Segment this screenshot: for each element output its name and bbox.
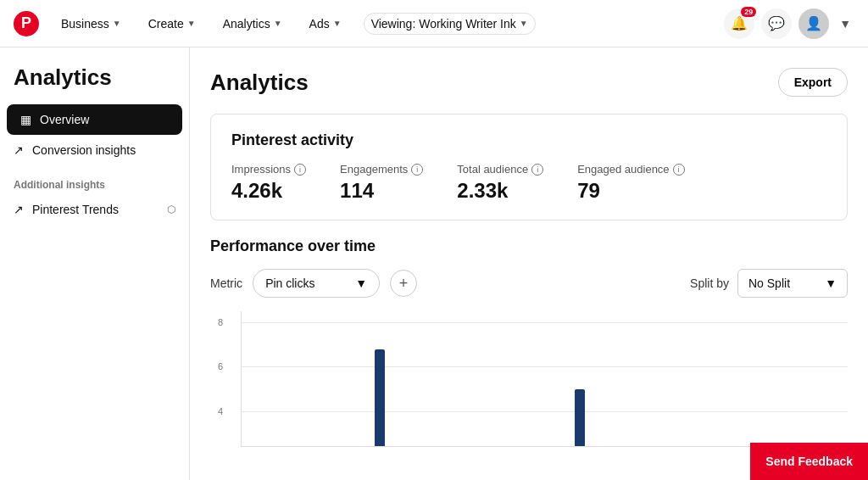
engaged-audience-info-icon[interactable]: i xyxy=(673,164,685,176)
performance-section: Performance over time Metric Pin clicks … xyxy=(210,237,848,447)
performance-title: Performance over time xyxy=(210,237,848,255)
chart-wrapper: 8 6 4 xyxy=(210,311,848,447)
y-label-8: 8 xyxy=(218,317,223,327)
message-icon: 💬 xyxy=(768,15,785,31)
viewing-selector[interactable]: Viewing: Working Writer Ink ▼ xyxy=(364,13,536,35)
sidebar: Analytics ▦ Overview ↗ Conversion insigh… xyxy=(0,47,190,480)
impressions-info-icon[interactable]: i xyxy=(294,164,306,176)
add-metric-button[interactable]: + xyxy=(390,270,417,297)
top-nav: P Business ▼ Create ▼ Analytics ▼ Ads ▼ … xyxy=(0,0,868,47)
metric-engaged-audience-label: Engaged audience i xyxy=(577,163,684,176)
grid-line-8 xyxy=(242,322,848,323)
sidebar-item-overview[interactable]: ▦ Overview xyxy=(7,104,182,135)
metrics-row: Impressions i 4.26k Engagements i 114 To… xyxy=(231,163,826,203)
notifications-button[interactable]: 🔔 29 xyxy=(724,8,754,39)
chevron-down-icon: ▼ xyxy=(187,19,196,28)
grid-icon: ▦ xyxy=(20,113,31,126)
send-feedback-button[interactable]: Send Feedback xyxy=(750,443,868,480)
user-avatar[interactable]: 👤 xyxy=(798,8,829,39)
messages-button[interactable]: 💬 xyxy=(761,8,792,39)
metric-label: Metric xyxy=(210,276,242,290)
metric-total-audience-label: Total audience i xyxy=(457,163,543,176)
split-by-controls: Split by No Split ▼ xyxy=(690,269,848,298)
metric-engagements-value: 114 xyxy=(340,179,423,203)
grid-line-6 xyxy=(242,366,848,367)
pinterest-logo[interactable]: P xyxy=(14,11,39,36)
grid-line-4 xyxy=(242,411,848,412)
total-audience-info-icon[interactable]: i xyxy=(531,164,543,176)
sidebar-section-label: Additional insights xyxy=(0,165,189,194)
metric-total-audience-value: 2.33k xyxy=(457,179,543,203)
chevron-down-icon: ▼ xyxy=(274,19,282,28)
activity-card-title: Pinterest activity xyxy=(231,131,826,149)
split-by-label: Split by xyxy=(690,276,729,290)
arrow-up-icon: ↗ xyxy=(14,143,24,157)
engagements-info-icon[interactable]: i xyxy=(411,164,423,176)
nav-business[interactable]: Business ▼ xyxy=(56,14,126,34)
chart-bar xyxy=(575,389,585,446)
metric-impressions: Impressions i 4.26k xyxy=(231,163,306,203)
notification-badge: 29 xyxy=(741,7,756,17)
split-dropdown[interactable]: No Split ▼ xyxy=(737,269,848,298)
bell-icon: 🔔 xyxy=(731,15,748,31)
more-button[interactable]: ▼ xyxy=(836,14,854,34)
chart-bar xyxy=(375,349,385,446)
trend-icon: ↗ xyxy=(14,203,24,216)
avatar-icon: 👤 xyxy=(805,15,822,31)
main-layout: Analytics ▦ Overview ↗ Conversion insigh… xyxy=(0,47,868,480)
metric-dropdown[interactable]: Pin clicks ▼ xyxy=(253,269,380,298)
sidebar-item-conversion[interactable]: ↗ Conversion insights xyxy=(0,135,189,165)
chevron-down-icon: ▼ xyxy=(113,19,121,28)
sidebar-page-title: Analytics xyxy=(0,58,189,104)
export-button[interactable]: Export xyxy=(778,68,848,97)
chart-area: 8 6 4 xyxy=(241,311,848,447)
metric-engagements: Engagements i 114 xyxy=(340,163,423,203)
metric-engaged-audience-value: 79 xyxy=(577,179,684,203)
metric-impressions-label: Impressions i xyxy=(231,163,306,176)
metric-engaged-audience: Engaged audience i 79 xyxy=(577,163,684,203)
chevron-down-icon: ▼ xyxy=(355,276,367,290)
main-content: Analytics Export Pinterest activity Impr… xyxy=(190,47,868,480)
nav-ads[interactable]: Ads ▼ xyxy=(304,14,347,34)
y-label-6: 6 xyxy=(218,361,223,371)
activity-card: Pinterest activity Impressions i 4.26k E… xyxy=(210,114,848,220)
metric-total-audience: Total audience i 2.33k xyxy=(457,163,543,203)
nav-create[interactable]: Create ▼ xyxy=(143,14,201,34)
external-link-icon: ⬡ xyxy=(167,204,175,215)
nav-right-actions: 🔔 29 💬 👤 ▼ xyxy=(724,8,854,39)
chevron-down-icon: ▼ xyxy=(520,19,528,28)
chevron-down-icon: ▼ xyxy=(825,276,837,290)
page-title: Analytics xyxy=(210,70,309,96)
metric-impressions-value: 4.26k xyxy=(231,179,306,203)
sidebar-item-trends[interactable]: ↗ Pinterest Trends ⬡ xyxy=(0,194,189,225)
y-label-4: 4 xyxy=(218,406,223,416)
content-header: Analytics Export xyxy=(210,68,848,97)
metric-engagements-label: Engagements i xyxy=(340,163,423,176)
nav-analytics[interactable]: Analytics ▼ xyxy=(218,14,287,34)
performance-controls: Metric Pin clicks ▼ + Split by No Split … xyxy=(210,269,848,298)
chevron-down-icon: ▼ xyxy=(333,19,342,28)
